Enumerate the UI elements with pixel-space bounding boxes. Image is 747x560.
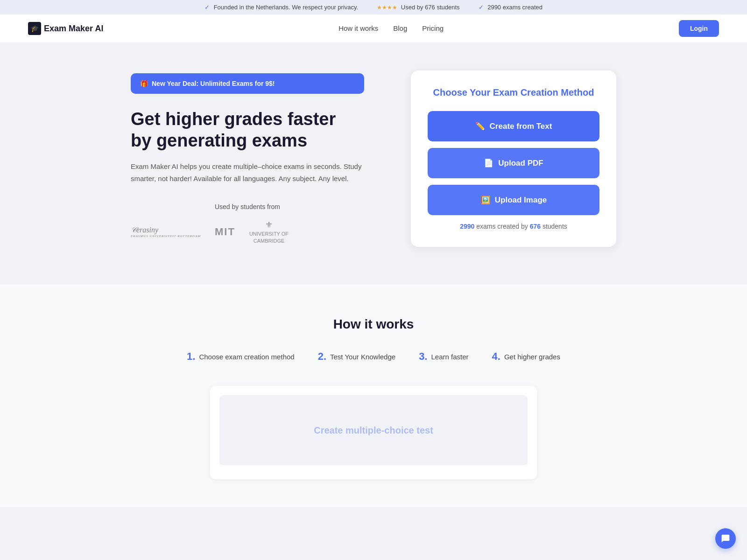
nav-how-it-works[interactable]: How it works [338, 24, 378, 32]
deal-banner[interactable]: 🎁 New Year Deal: Unlimited Exams for 9$! [131, 73, 364, 94]
upload-pdf-button[interactable]: 📄 Upload PDF [428, 148, 599, 178]
step-1-num: 1. [187, 350, 195, 363]
step-3-label: Learn faster [431, 353, 468, 361]
privacy-notice: ✓ Founded in the Netherlands. We respect… [204, 4, 358, 11]
step-2: 2. Test Your Knowledge [318, 350, 395, 363]
how-it-works-title: How it works [28, 317, 719, 332]
create-from-text-button[interactable]: ✏️ Create from Text [428, 111, 599, 141]
pdf-icon: 📄 [484, 158, 493, 168]
hero-title: Get higher grades faster by generating e… [131, 109, 364, 151]
how-it-works-section: How it works 1. Choose exam creation met… [0, 284, 747, 507]
erasmus-logo: 𝒞erasiny Erasmus Universiteit Rotterdam [131, 226, 201, 238]
exams-created-badge: ✓ 2990 exams created [479, 4, 543, 11]
nav-blog[interactable]: Blog [393, 24, 407, 32]
preview-container: Create multiple-choice test [210, 386, 537, 479]
exam-card-title: Choose Your Exam Creation Method [428, 87, 599, 98]
hero-left: 🎁 New Year Deal: Unlimited Exams for 9$!… [131, 73, 364, 244]
mit-logo: MIT [215, 226, 235, 238]
navbar: 🎓 Exam Maker AI How it works Blog Pricin… [0, 14, 747, 42]
exam-creation-card: Choose Your Exam Creation Method ✏️ Crea… [411, 70, 616, 247]
rating-badge: ★★★★ Used by 676 students [377, 4, 459, 11]
hero-section: 🎁 New Year Deal: Unlimited Exams for 9$!… [93, 42, 654, 284]
step-2-num: 2. [318, 350, 326, 363]
exam-stats: 2990 exams created by 676 students [428, 223, 599, 230]
hero-description: Exam Maker AI helps you create multiple–… [131, 161, 364, 184]
step-1-label: Choose exam creation method [199, 353, 294, 361]
nav-links: How it works Blog Pricing [338, 24, 444, 33]
nav-pricing[interactable]: Pricing [422, 24, 444, 32]
step-3-num: 3. [419, 350, 427, 363]
steps-list: 1. Choose exam creation method 2. Test Y… [28, 350, 719, 363]
step-2-label: Test Your Knowledge [330, 353, 395, 361]
exam-card-container: Choose Your Exam Creation Method ✏️ Crea… [411, 70, 616, 247]
logo-icon: 🎓 [28, 22, 41, 35]
step-1: 1. Choose exam creation method [187, 350, 295, 363]
university-logos: 𝒞erasiny Erasmus Universiteit Rotterdam … [131, 220, 364, 244]
used-by-label: Used by students from [131, 203, 364, 210]
edit-icon: ✏️ [475, 121, 485, 131]
step-4-num: 4. [492, 350, 500, 363]
preview-placeholder-text: Create multiple-choice test [314, 425, 433, 436]
upload-image-button[interactable]: 🖼️ Upload Image [428, 185, 599, 215]
step-3: 3. Learn faster [419, 350, 468, 363]
preview-card: Create multiple-choice test [210, 386, 537, 479]
gift-icon: 🎁 [140, 80, 148, 87]
logo: 🎓 Exam Maker AI [28, 22, 103, 35]
preview-inner: Create multiple-choice test [219, 395, 528, 465]
step-4: 4. Get higher grades [492, 350, 560, 363]
step-4-label: Get higher grades [504, 353, 560, 361]
cambridge-logo: ⚜ UNIVERSITY OFCAMBRIDGE [249, 220, 289, 244]
login-button[interactable]: Login [679, 20, 719, 37]
top-banner: ✓ Founded in the Netherlands. We respect… [0, 0, 747, 14]
image-icon: 🖼️ [480, 195, 490, 205]
